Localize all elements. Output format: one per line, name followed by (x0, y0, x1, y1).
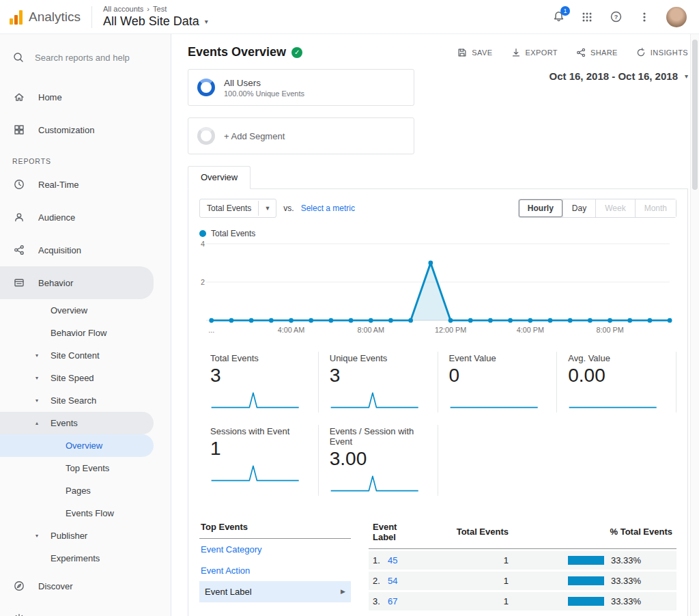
scorecard-events-per-session[interactable]: Events / Session with Event 3.00 (319, 425, 438, 496)
breadcrumb-separator-icon: › (147, 5, 149, 13)
metric-selector-dropdown[interactable]: Total Events ▼ (199, 199, 276, 218)
help-icon: ? (610, 10, 623, 23)
sidebar-item-events-flow[interactable]: Events Flow (0, 502, 171, 524)
chevron-down-icon: ▾ (685, 72, 688, 80)
scrollbar-thumb[interactable] (692, 40, 698, 190)
share-button[interactable]: SHARE (575, 47, 618, 58)
sidebar-item-real-time[interactable]: Real-Time (0, 168, 171, 201)
search-input[interactable] (35, 53, 158, 63)
column-header-event-label[interactable]: Event Label (373, 522, 406, 542)
sparkline-chart (210, 388, 300, 412)
scorecard-event-value[interactable]: Event Value 0 (438, 352, 558, 412)
sidebar-item-site-search[interactable]: ▾Site Search (0, 389, 171, 412)
main-chart[interactable]: 24...4:00 AM8:00 AM12:00 PM4:00 PM8:00 P… (199, 240, 676, 342)
insights-button[interactable]: INSIGHTS (636, 47, 688, 58)
sidebar-item-experiments[interactable]: Experiments (0, 547, 171, 570)
column-header-total-events[interactable]: Total Events (406, 527, 509, 537)
granularity-hourly-button[interactable]: Hourly (519, 199, 562, 217)
breadcrumb-property[interactable]: Test (153, 5, 167, 13)
sidebar-item-events[interactable]: ▴Events (0, 412, 154, 434)
apps-grid-button[interactable] (580, 10, 594, 24)
scorecard-total-events[interactable]: Total Events 3 (199, 352, 319, 412)
sidebar-search[interactable] (0, 34, 171, 81)
sidebar-item-behavior-overview[interactable]: Overview (0, 299, 171, 322)
vs-label: vs. (283, 204, 294, 213)
sidebar-item-customization[interactable]: Customization (0, 113, 171, 146)
notifications-button[interactable]: 1 (552, 10, 565, 24)
help-button[interactable]: ? (609, 10, 623, 24)
more-options-button[interactable] (638, 10, 651, 24)
sidebar-item-site-content[interactable]: ▾Site Content (0, 344, 171, 367)
save-label: SAVE (472, 48, 492, 57)
sidebar-item-acquisition[interactable]: Acquisition (0, 234, 171, 266)
granularity-day-button[interactable]: Day (562, 199, 595, 217)
save-icon (457, 47, 468, 58)
chevron-right-icon: ▶ (341, 588, 345, 595)
user-avatar[interactable] (666, 7, 687, 27)
dimension-event-action[interactable]: Event Action (199, 560, 351, 581)
scorecard-avg-value[interactable]: Avg. Value 0.00 (557, 352, 676, 412)
behavior-icon (12, 277, 26, 289)
column-header-pct-total-events[interactable]: % Total Events (509, 527, 672, 537)
sidebar-item-label: Site Speed (51, 373, 94, 383)
segment-all-users[interactable]: All Users 100.00% Unique Events (188, 69, 414, 106)
event-label-link[interactable]: 67 (388, 596, 397, 606)
svg-text:4:00 PM: 4:00 PM (517, 326, 544, 334)
sidebar-item-pages[interactable]: Pages (0, 479, 171, 502)
home-icon (12, 91, 26, 103)
dimension-event-label[interactable]: Event Label ▶ (199, 581, 351, 602)
sparkline-chart (330, 388, 419, 412)
sidebar-item-label: Real-Time (38, 180, 79, 190)
sidebar-item-admin[interactable]: Admin (0, 602, 171, 616)
granularity-month-button: Month (635, 199, 676, 217)
scorecard-sessions-with-event[interactable]: Sessions with Event 1 (199, 425, 319, 496)
event-label-link[interactable]: 54 (388, 576, 397, 586)
metric-selector-value: Total Events (200, 199, 258, 217)
sidebar-item-discover[interactable]: Discover (0, 570, 171, 602)
save-button[interactable]: SAVE (457, 47, 492, 58)
sidebar-item-behavior[interactable]: Behavior (0, 266, 154, 299)
acquisition-icon (12, 244, 26, 256)
discover-icon (12, 580, 26, 592)
sidebar-item-publisher[interactable]: ▾Publisher (0, 524, 171, 547)
insights-label: INSIGHTS (651, 48, 688, 57)
sidebar-item-behavior-flow[interactable]: Behavior Flow (0, 322, 171, 344)
sidebar-item-home[interactable]: Home (0, 81, 171, 113)
page-title: Events Overview ✓ (188, 45, 302, 59)
top-events-table: Event Label Total Events % Total Events … (369, 519, 676, 616)
scorecard-label: Total Events (210, 353, 306, 363)
sidebar-item-events-overview[interactable]: Overview (0, 434, 154, 457)
view-name: All Web Site Data (103, 14, 199, 29)
sparkline-chart (210, 461, 300, 486)
dimension-label: Event Category (201, 544, 262, 555)
percent-value: 33.33% (611, 555, 641, 565)
select-metric-link[interactable]: Select a metric (301, 204, 355, 213)
chevron-down-icon: ▾ (205, 18, 208, 25)
tab-overview[interactable]: Overview (188, 166, 251, 189)
add-segment-donut-icon (197, 127, 215, 145)
sidebar-item-label: Experiments (51, 553, 100, 563)
dimension-event-category[interactable]: Event Category (199, 539, 351, 560)
event-label-link[interactable]: 45 (388, 555, 397, 565)
table-row: 3.67 1 33.33% (369, 592, 676, 611)
percent-value: 33.33% (611, 596, 641, 606)
property-view-selector[interactable]: All Web Site Data ▾ (103, 14, 208, 29)
sparkline-chart (449, 388, 539, 412)
svg-text:8:00 AM: 8:00 AM (357, 326, 384, 334)
sidebar-item-label: Overview (66, 440, 102, 451)
sidebar-item-site-speed[interactable]: ▾Site Speed (0, 367, 171, 389)
date-range-selector[interactable]: Oct 16, 2018 - Oct 16, 2018 ▾ (550, 70, 688, 82)
scorecard-unique-events[interactable]: Unique Events 3 (319, 352, 438, 412)
svg-text:4: 4 (201, 240, 205, 248)
svg-text:?: ? (614, 14, 617, 20)
sidebar-item-top-events[interactable]: Top Events (0, 457, 171, 479)
clock-icon (12, 178, 26, 191)
export-button[interactable]: EXPORT (511, 47, 558, 58)
add-segment-button[interactable]: + Add Segment (188, 117, 414, 154)
chevron-down-icon: ▾ (35, 375, 38, 381)
breadcrumb-account[interactable]: All accounts (103, 5, 143, 13)
insights-icon (636, 47, 646, 58)
vertical-scrollbar[interactable] (690, 34, 699, 616)
analytics-logo[interactable]: Analytics (10, 10, 81, 25)
sidebar-item-audience[interactable]: Audience (0, 201, 171, 234)
